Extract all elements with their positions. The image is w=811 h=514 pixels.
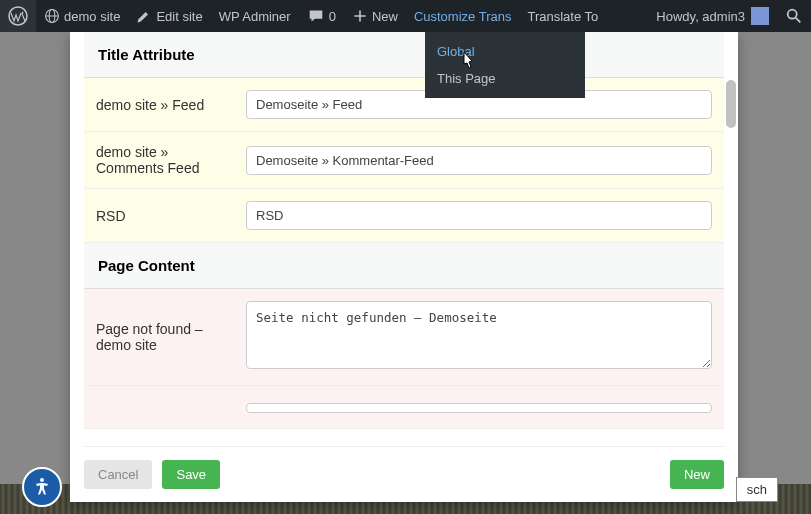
- translate-to[interactable]: Translate To: [519, 0, 606, 32]
- translation-input[interactable]: [246, 146, 712, 175]
- customize-trans[interactable]: Customize Trans: [406, 0, 520, 32]
- table-row: demo site » Comments Feed: [84, 132, 724, 189]
- svg-point-6: [40, 478, 44, 482]
- site-name[interactable]: demo site: [36, 0, 128, 32]
- search-icon: [785, 7, 803, 25]
- new-content[interactable]: New: [344, 0, 406, 32]
- scrollbar-thumb[interactable]: [726, 80, 736, 128]
- svg-point-4: [788, 10, 797, 19]
- new-label: New: [372, 9, 398, 24]
- wp-adminer[interactable]: WP Adminer: [211, 0, 299, 32]
- home-icon: [44, 8, 60, 24]
- table-row: demo site » Feed: [84, 78, 724, 132]
- admin-bar: demo site Edit site WP Adminer 0 New Cus…: [0, 0, 811, 32]
- translation-textarea[interactable]: Seite nicht gefunden – Demoseite: [246, 301, 712, 369]
- howdy-label: Howdy, admin3: [656, 9, 745, 24]
- table-row: RSD: [84, 189, 724, 243]
- section-page-content: Page Content: [84, 243, 724, 289]
- comment-icon: [307, 7, 325, 25]
- edit-site-label: Edit site: [156, 9, 202, 24]
- admin-bar-right: Howdy, admin3: [648, 0, 811, 32]
- language-button[interactable]: sch: [736, 477, 778, 502]
- my-account[interactable]: Howdy, admin3: [648, 0, 777, 32]
- translation-modal: Title Attribute demo site » Feed demo si…: [70, 32, 738, 502]
- site-name-label: demo site: [64, 9, 120, 24]
- accessibility-icon: [30, 475, 54, 499]
- pencil-icon: [136, 8, 152, 24]
- row-label: [84, 386, 234, 429]
- translate-to-label: Translate To: [527, 9, 598, 24]
- edit-site[interactable]: Edit site: [128, 0, 210, 32]
- row-label: RSD: [84, 189, 234, 243]
- save-button[interactable]: Save: [162, 460, 220, 489]
- wp-logo[interactable]: [0, 0, 36, 32]
- section-header-label: Title Attribute: [84, 32, 724, 78]
- modal-content: Title Attribute demo site » Feed demo si…: [84, 32, 724, 446]
- avatar: [751, 7, 769, 25]
- comments-count: 0: [329, 9, 336, 24]
- customize-trans-dropdown: Global This Page: [425, 32, 585, 98]
- translation-input[interactable]: [246, 403, 712, 413]
- wordpress-icon: [8, 6, 28, 26]
- accessibility-badge[interactable]: [22, 467, 62, 507]
- dropdown-global[interactable]: Global: [425, 38, 585, 65]
- section-header-label: Page Content: [84, 243, 724, 289]
- section-title-attribute: Title Attribute: [84, 32, 724, 78]
- translation-input[interactable]: [246, 201, 712, 230]
- customize-trans-label: Customize Trans: [414, 9, 512, 24]
- comments[interactable]: 0: [299, 0, 344, 32]
- new-button[interactable]: New: [670, 460, 724, 489]
- plus-icon: [352, 8, 368, 24]
- svg-line-5: [796, 18, 801, 23]
- table-row: [84, 386, 724, 429]
- translation-table: Title Attribute demo site » Feed demo si…: [84, 32, 724, 429]
- admin-bar-left: demo site Edit site WP Adminer 0 New Cus…: [0, 0, 606, 32]
- row-label: demo site » Feed: [84, 78, 234, 132]
- dropdown-this-page[interactable]: This Page: [425, 65, 585, 92]
- table-row: Page not found – demo site Seite nicht g…: [84, 289, 724, 386]
- wp-adminer-label: WP Adminer: [219, 9, 291, 24]
- row-label: demo site » Comments Feed: [84, 132, 234, 189]
- search-toggle[interactable]: [777, 0, 811, 32]
- modal-footer: Cancel Save New: [84, 446, 724, 502]
- cancel-button[interactable]: Cancel: [84, 460, 152, 489]
- row-label: Page not found – demo site: [84, 289, 234, 386]
